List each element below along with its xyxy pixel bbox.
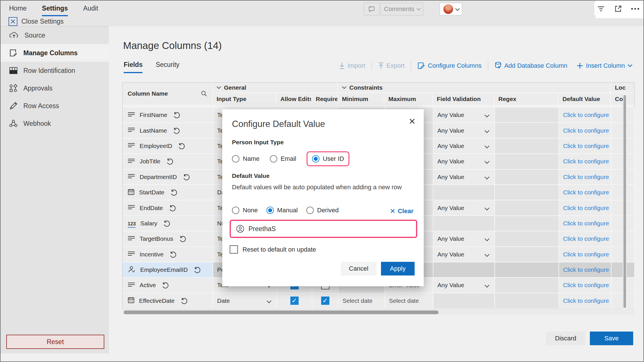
field-validation-dropdown[interactable]: Any Value [433,170,495,185]
default-value-cell[interactable]: Click to configure [559,139,612,154]
field-validation-dropdown[interactable]: Any Value [433,200,495,216]
required-cell[interactable]: ✓ [312,293,339,309]
sidebar-item-approvals[interactable]: Approvals [1,79,109,97]
more-options-button[interactable] [629,2,642,15]
undo-icon[interactable] [180,297,188,305]
click-to-configure-link[interactable]: Click to configure [563,143,609,149]
close-settings-button[interactable]: Close Settings [9,17,64,26]
column-name-cell[interactable]: TargetBonus [123,231,213,247]
default-value-cell[interactable]: Click to configure [559,170,612,185]
tab-fields[interactable]: Fields [124,61,142,73]
column-name-cell[interactable]: LastName [123,123,213,138]
default-value-cell[interactable]: Click to configure [559,293,612,309]
undo-icon[interactable] [162,281,169,289]
close-icon[interactable]: ✕ [409,117,416,126]
save-button[interactable]: Save [590,332,633,345]
default-value-cell[interactable]: Click to configure [559,154,612,169]
undo-icon[interactable] [169,204,176,212]
reset-button[interactable]: Reset [6,335,104,349]
configure-columns-button[interactable]: Configure Columns [417,62,481,70]
field-validation-dropdown[interactable]: Any Value [433,139,495,154]
click-to-configure-link[interactable]: Click to configure [563,297,609,304]
field-validation-dropdown[interactable]: Any Value [433,278,495,293]
default-value-cell[interactable]: Click to configure [559,262,612,278]
field-validation-dropdown[interactable] [433,216,495,231]
sidebar-item-manage-columns[interactable]: Manage Columns [1,44,109,62]
field-validation-dropdown[interactable]: Any Value [433,123,495,138]
cancel-button[interactable]: Cancel [341,262,376,275]
column-name-cell[interactable]: EmployeeEmailID [123,262,213,278]
field-validation-dropdown[interactable] [433,185,495,200]
default-value-cell[interactable]: Click to configure [559,108,612,123]
horizontal-scrollbar-thumb[interactable] [124,310,439,314]
export-button[interactable]: Export [378,62,405,69]
undo-icon[interactable] [166,158,174,165]
sidebar-item-webhook[interactable]: Webhook [1,115,109,132]
filter-panel-button[interactable] [594,2,608,15]
required-checkbox[interactable]: ✓ [321,297,329,305]
field-validation-dropdown[interactable] [433,293,495,309]
undo-icon[interactable] [193,266,201,273]
allow-edits-checkbox[interactable]: ✓ [290,297,299,305]
radio-user-id[interactable]: User ID [307,151,350,166]
reset-to-default-option[interactable]: Reset to default on update [230,245,316,254]
minimum-cell[interactable]: Select date [339,293,385,309]
click-to-configure-link[interactable]: Click to configure [563,189,609,196]
radio-name[interactable]: Name [232,155,260,163]
default-value-cell[interactable]: Click to configure [559,123,612,138]
maximum-cell[interactable]: Select date [385,293,433,309]
column-name-cell[interactable]: 123 Salary [123,216,213,231]
reset-to-default-checkbox[interactable] [230,245,238,254]
column-name-cell[interactable]: FirstName [123,108,213,123]
click-to-configure-link[interactable]: Click to configure [563,158,609,165]
column-name-cell[interactable]: EndDate [123,200,213,216]
search-icon[interactable] [201,90,207,97]
click-to-configure-link[interactable]: Click to configure [563,220,609,227]
clear-button[interactable]: ✕ Clear [390,207,413,215]
undo-icon[interactable] [183,173,190,181]
account-menu[interactable] [440,3,462,15]
undo-icon[interactable] [163,220,170,227]
sidebar-item-row-identification[interactable]: Row Identification [1,62,109,79]
radio-manual[interactable]: Manual [266,207,298,214]
column-name-cell[interactable]: Active [123,278,213,293]
undo-icon[interactable] [179,235,186,242]
radio-none[interactable]: None [232,207,258,214]
default-value-cell[interactable]: Click to configure [559,231,612,247]
click-to-configure-link[interactable]: Click to configure [563,282,609,289]
group-general[interactable]: General [213,83,338,92]
undo-icon[interactable] [173,127,180,134]
default-value-cell[interactable]: Click to configure [559,278,612,293]
add-database-column-button[interactable]: Add Database Column [494,62,567,70]
default-value-cell[interactable]: Click to configure [559,247,612,262]
field-validation-dropdown[interactable]: Any Value [433,231,495,247]
field-validation-dropdown[interactable]: Any Value [433,108,495,123]
nav-home[interactable]: Home [9,5,27,16]
radio-email[interactable]: Email [270,155,296,163]
default-person-input[interactable]: PreethaS [230,220,417,238]
column-name-cell[interactable]: Incentive [123,247,213,262]
nav-audit[interactable]: Audit [83,5,98,16]
add-comment-button[interactable] [364,3,379,15]
column-name-cell[interactable]: StartDate [123,185,213,200]
undo-icon[interactable] [173,111,180,119]
column-name-header[interactable]: Column Name [123,83,213,105]
field-validation-dropdown[interactable]: Any Value [433,247,495,262]
apply-button[interactable]: Apply [381,262,415,275]
comments-button[interactable]: Comments [380,3,423,15]
click-to-configure-link[interactable]: Click to configure [563,174,609,180]
tab-security[interactable]: Security [156,61,179,73]
field-validation-dropdown[interactable]: Any Value [433,154,495,169]
click-to-configure-link[interactable]: Click to configure [563,251,609,258]
vertical-scrollbar-thumb[interactable] [623,95,626,308]
undo-icon[interactable] [178,142,185,150]
vertical-scrollbar[interactable] [623,94,627,310]
insert-column-button[interactable]: Insert Column [576,62,633,69]
group-lock[interactable]: Loc [611,83,634,92]
undo-icon[interactable] [170,189,178,196]
click-to-configure-link[interactable]: Click to configure [563,235,609,242]
default-value-cell[interactable]: Click to configure [559,185,612,200]
radio-derived[interactable]: Derived [306,207,339,214]
sidebar-item-source[interactable]: Source [1,26,109,44]
column-name-cell[interactable]: DepartmentID [123,170,213,185]
